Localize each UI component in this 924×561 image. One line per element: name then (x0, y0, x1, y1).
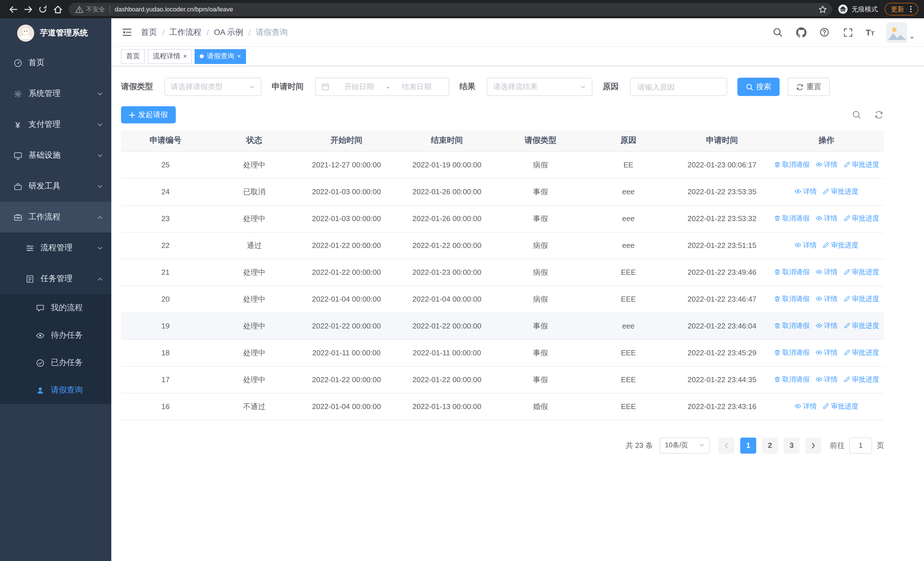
reason-input[interactable] (630, 78, 727, 96)
github-icon[interactable] (795, 27, 807, 38)
detail-link[interactable]: 详情 (815, 321, 837, 331)
sidebar-item-process-management[interactable]: 流程管理 (0, 233, 111, 263)
breadcrumb-oa-example[interactable]: OA 示例 (214, 27, 243, 38)
approval-progress-link[interactable]: 审批进度 (822, 187, 858, 197)
help-icon[interactable] (819, 27, 830, 38)
checklist-icon (25, 274, 34, 283)
close-icon[interactable]: × (237, 53, 241, 59)
user-icon (35, 386, 45, 395)
cell-request-id: 19 (121, 313, 210, 339)
result-select[interactable]: 请选择流结果 (487, 78, 592, 96)
detail-link[interactable]: 详情 (815, 214, 837, 223)
forward-button[interactable] (21, 2, 35, 17)
cell-status: 处理中 (210, 339, 298, 366)
sidebar-item-system[interactable]: 系统管理 (0, 78, 111, 109)
divider (110, 6, 110, 12)
detail-link[interactable]: 详情 (815, 294, 837, 304)
approval-progress-link[interactable]: 审批进度 (843, 375, 879, 385)
tab-home[interactable]: 首页 (121, 49, 145, 64)
apply-time-range-picker[interactable]: 开始日期 - 结束日期 (315, 78, 449, 96)
column-header-status: 状态 (210, 130, 298, 151)
sidebar-item-home[interactable]: 首页 (0, 47, 111, 78)
breadcrumb-home[interactable]: 首页 (141, 27, 157, 38)
cancel-leave-link[interactable]: 取消请假 (774, 294, 810, 304)
approval-progress-link[interactable]: 审批进度 (822, 241, 858, 250)
address-bar[interactable]: 不安全 dashboard.yudao.iocoder.cn/bpm/oa/le… (69, 3, 832, 16)
detail-link[interactable]: 详情 (815, 267, 837, 277)
leave-table-body: 25处理中2021-12-27 00:00:002022-01-19 00:00… (121, 151, 884, 420)
close-icon[interactable]: × (183, 53, 187, 59)
cancel-leave-link[interactable]: 取消请假 (774, 348, 810, 358)
user-menu[interactable] (886, 22, 915, 42)
approval-progress-link[interactable]: 审批进度 (822, 402, 858, 411)
reason-label: 原因 (603, 82, 619, 92)
avatar[interactable] (886, 22, 907, 42)
calendar-icon (321, 83, 329, 91)
circle-check-icon (35, 358, 45, 367)
bookmark-star-icon[interactable] (816, 3, 829, 15)
sidebar-item-my-processes[interactable]: 我的流程 (0, 294, 111, 322)
page-size-select[interactable]: 10条/页 (660, 437, 710, 453)
view-icon (815, 296, 822, 302)
cancel-leave-link[interactable]: 取消请假 (774, 160, 810, 170)
approval-progress-link[interactable]: 审批进度 (843, 214, 879, 223)
menu-fold-icon[interactable] (120, 26, 134, 39)
chevron-down-icon (580, 84, 586, 90)
fullscreen-icon[interactable] (842, 27, 854, 38)
sidebar-item-infrastructure[interactable]: 基础设施 (0, 140, 111, 171)
create-leave-button[interactable]: 发起请假 (121, 106, 176, 123)
cell-reason: EEE (582, 393, 675, 420)
sidebar-item-todo-tasks[interactable]: 待办任务 (0, 322, 111, 349)
breadcrumb-workflow[interactable]: 工作流程 (170, 27, 201, 38)
approval-progress-link[interactable]: 审批进度 (843, 294, 879, 304)
sliders-icon (25, 244, 34, 253)
detail-link[interactable]: 详情 (815, 348, 837, 358)
detail-link[interactable]: 详情 (795, 402, 817, 411)
goto-page-input[interactable] (849, 437, 872, 453)
cancel-leave-link[interactable]: 取消请假 (774, 214, 810, 223)
refresh-table-icon[interactable] (874, 110, 884, 120)
cancel-leave-link[interactable]: 取消请假 (774, 375, 810, 385)
sidebar-item-payment[interactable]: ¥ 支付管理 (0, 109, 111, 140)
approval-progress-link[interactable]: 审批进度 (843, 321, 879, 331)
approval-progress-link[interactable]: 审批进度 (843, 267, 879, 277)
back-button[interactable] (6, 2, 21, 17)
detail-link[interactable]: 详情 (795, 187, 817, 197)
cell-reason: EEE (582, 339, 675, 366)
toggle-search-icon[interactable] (852, 110, 862, 120)
tab-leave-query[interactable]: 请假查询 × (195, 49, 246, 64)
reset-button[interactable]: 重置 (788, 78, 830, 96)
prev-page-button[interactable] (718, 437, 735, 453)
search-icon[interactable] (772, 27, 783, 38)
detail-link[interactable]: 详情 (815, 375, 837, 385)
page-button-1[interactable]: 1 (740, 437, 756, 453)
sidebar-item-workflow[interactable]: 工作流程 (0, 202, 111, 233)
page-button-3[interactable]: 3 (784, 437, 800, 453)
cancel-leave-link[interactable]: 取消请假 (774, 267, 810, 277)
browser-menu-kebab-icon[interactable] (906, 4, 916, 14)
tab-process-detail[interactable]: 流程详情 × (148, 49, 192, 64)
reload-button[interactable] (35, 2, 50, 17)
logo[interactable]: 芋道管理系统 (0, 18, 111, 47)
page-button-2[interactable]: 2 (762, 437, 778, 453)
sidebar-item-task-management[interactable]: 任务管理 (0, 263, 111, 294)
table-row: 19处理中2022-01-22 00:00:002022-01-22 00:00… (121, 313, 884, 339)
detail-link[interactable]: 详情 (795, 241, 817, 250)
approval-progress-link[interactable]: 审批进度 (843, 160, 879, 170)
cell-apply-time: 2022-01-22 23:46:04 (675, 313, 769, 339)
detail-link[interactable]: 详情 (815, 160, 837, 170)
search-button[interactable]: 搜索 (737, 78, 780, 96)
sidebar-item-devtools[interactable]: 研发工具 (0, 171, 111, 202)
leave-type-select[interactable]: 请选择请假类型 (164, 78, 261, 96)
font-size-icon[interactable]: TT (866, 27, 874, 37)
update-button[interactable]: 更新 (885, 3, 918, 15)
cell-leave-type: 事假 (500, 205, 582, 232)
approval-progress-link[interactable]: 审批进度 (843, 348, 879, 358)
cell-status: 处理中 (210, 366, 298, 393)
cancel-leave-link[interactable]: 取消请假 (774, 321, 810, 331)
next-page-button[interactable] (805, 437, 821, 453)
home-button[interactable] (50, 2, 65, 17)
sidebar-item-done-tasks[interactable]: 已办任务 (0, 349, 111, 376)
sidebar-item-leave-query[interactable]: 请假查询 (0, 376, 111, 404)
cell-status: 处理中 (210, 205, 298, 232)
